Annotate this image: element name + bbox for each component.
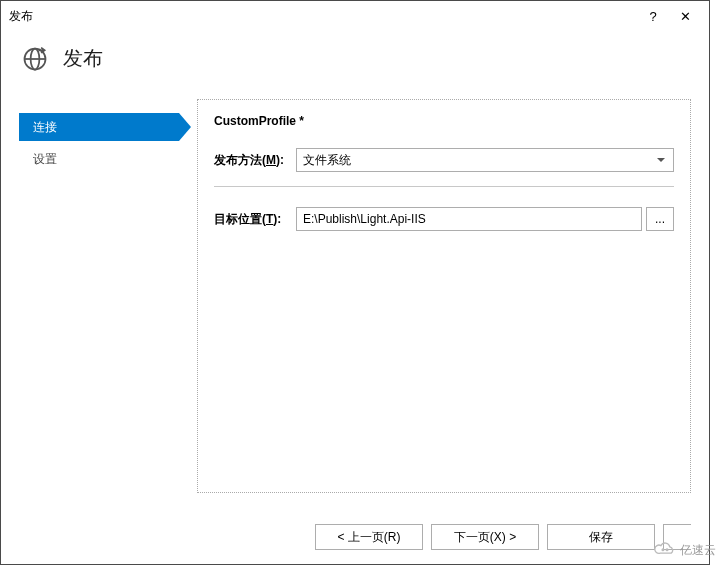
globe-publish-icon xyxy=(21,45,49,73)
cloud-icon xyxy=(654,540,676,561)
titlebar: 发布 ? ✕ xyxy=(1,1,709,31)
header: 发布 xyxy=(1,31,709,87)
watermark-text: 亿速云 xyxy=(680,542,716,559)
help-button[interactable]: ? xyxy=(637,1,669,31)
dialog-body: 连接 设置 CustomProfile * 发布方法(M): 文件系统 目标位置… xyxy=(1,87,709,510)
sidebar: 连接 设置 xyxy=(19,99,179,510)
footer: < 上一页(R) 下一页(X) > 保存 xyxy=(1,510,709,564)
sidebar-item-label: 连接 xyxy=(33,119,57,136)
svg-point-4 xyxy=(666,549,668,551)
publish-method-select[interactable]: 文件系统 xyxy=(296,148,674,172)
svg-point-3 xyxy=(662,549,664,551)
page-title: 发布 xyxy=(63,45,103,72)
target-location-input-wrap: ... xyxy=(296,207,674,231)
browse-button[interactable]: ... xyxy=(646,207,674,231)
sidebar-item-settings[interactable]: 设置 xyxy=(19,145,179,173)
publish-method-label: 发布方法(M): xyxy=(214,152,296,169)
publish-dialog: 发布 ? ✕ 发布 连接 设置 CustomProfile * xyxy=(0,0,710,565)
target-location-input[interactable] xyxy=(296,207,642,231)
profile-name: CustomProfile * xyxy=(214,114,674,128)
next-button[interactable]: 下一页(X) > xyxy=(431,524,539,550)
sidebar-item-connection[interactable]: 连接 xyxy=(19,113,179,141)
save-button[interactable]: 保存 xyxy=(547,524,655,550)
watermark: 亿速云 xyxy=(654,540,716,561)
publish-method-row: 发布方法(M): 文件系统 xyxy=(214,148,674,172)
close-button[interactable]: ✕ xyxy=(669,1,701,31)
publish-method-value: 文件系统 xyxy=(303,152,351,169)
divider xyxy=(214,186,674,187)
target-location-row: 目标位置(T): ... xyxy=(214,207,674,231)
content-panel: CustomProfile * 发布方法(M): 文件系统 目标位置(T): .… xyxy=(197,99,691,493)
back-button[interactable]: < 上一页(R) xyxy=(315,524,423,550)
window-title: 发布 xyxy=(9,8,637,25)
target-location-label: 目标位置(T): xyxy=(214,211,296,228)
sidebar-item-label: 设置 xyxy=(33,151,57,168)
